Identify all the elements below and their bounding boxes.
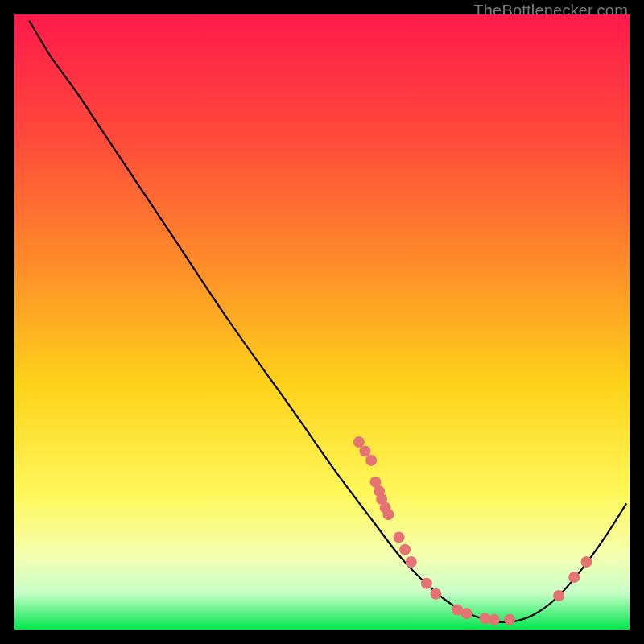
data-marker (568, 572, 580, 583)
data-marker (359, 445, 370, 456)
data-marker (394, 531, 405, 543)
gradient-background (14, 14, 630, 630)
data-marker (383, 509, 394, 520)
chart-canvas (14, 14, 630, 630)
data-marker (430, 588, 441, 600)
data-marker (399, 544, 411, 555)
data-marker (353, 436, 365, 448)
chart-frame (14, 14, 630, 630)
data-marker (461, 608, 473, 619)
data-marker (421, 578, 432, 589)
data-marker (504, 614, 515, 625)
data-marker (581, 556, 592, 568)
data-marker (365, 455, 377, 466)
data-marker (489, 614, 500, 625)
data-marker (406, 556, 417, 568)
data-marker (553, 590, 564, 601)
